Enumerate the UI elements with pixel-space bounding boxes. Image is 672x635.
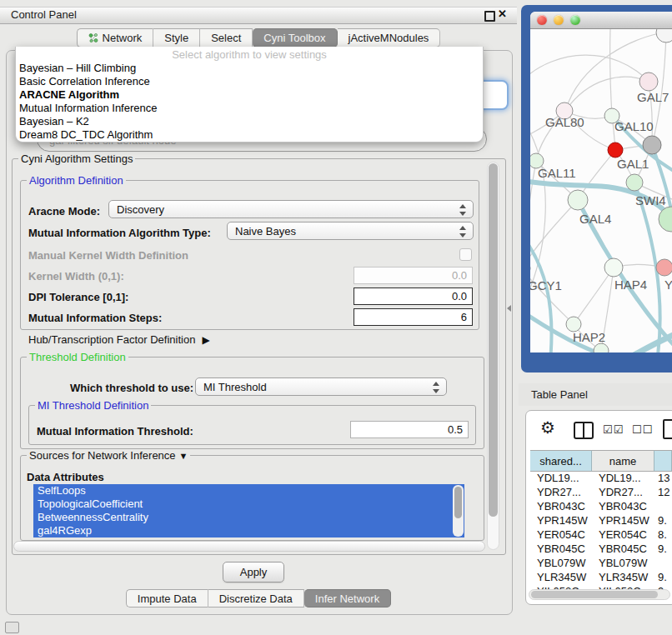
aracne-mode-combo[interactable]: Discovery [108, 200, 474, 218]
table-panel-titlebar: Table Panel [519, 383, 672, 406]
node-label-HAP4: HAP4 [614, 278, 647, 292]
which-threshold-value: MI Threshold [203, 381, 267, 393]
control-panel-title: Control Panel [11, 8, 77, 21]
table-row[interactable]: YER054CYER054C8. [530, 528, 672, 542]
algorithm-option-aracne-algorithm[interactable]: ARACNE Algorithm [16, 88, 483, 102]
cell-name: YLR345W [592, 571, 654, 585]
tab-select[interactable]: Select [200, 28, 253, 48]
cell-name: YPR145W [592, 514, 654, 528]
tab-network[interactable]: Network [77, 28, 154, 48]
settings-horizontal-scrollbar[interactable] [13, 541, 485, 552]
network-node-red-node[interactable] [608, 142, 623, 158]
tab-cyni-toolbox[interactable]: Cyni Toolbox [253, 28, 337, 48]
mi-threshold-group-title: MI Threshold Definition [35, 399, 151, 412]
cell-extra: 8. [654, 528, 672, 542]
aracne-mode-value: Discovery [117, 203, 164, 216]
clear-all-checkboxes-icon[interactable]: ☐☐ [632, 423, 653, 436]
network-window-titlebar[interactable] [530, 12, 672, 29]
collapse-arrow-icon[interactable]: ▼ [179, 451, 188, 461]
hub-definition-row[interactable]: Hub/Transcription Factor Definition▶ [28, 333, 210, 346]
network-node-GAL4[interactable] [568, 190, 588, 210]
attribute-item-betweennesscentrality[interactable]: BetweennessCentrality [33, 511, 464, 524]
tab-style[interactable]: Style [153, 28, 200, 48]
network-node-Y-pink[interactable] [656, 259, 672, 276]
network-canvas[interactable]: GAL7GAL80GAL10GAL11GAL1GAL4SWI4GCY1HAP4Y… [530, 29, 672, 352]
table-row[interactable]: YDR27...YDR27...12 [530, 486, 672, 500]
kernel-width-field: 0.0 [354, 267, 473, 284]
cell-extra [654, 500, 672, 514]
network-view-window[interactable]: GAL7GAL80GAL10GAL11GAL1GAL4SWI4GCY1HAP4Y… [530, 12, 672, 352]
network-node-GAL7[interactable] [639, 72, 658, 91]
cell-extra: 12 [654, 486, 672, 500]
control-panel-titlebar [0, 7, 517, 24]
node-label-GAL1: GAL1 [617, 157, 649, 171]
algorithm-option-mutual-information-inference[interactable]: Mutual Information Inference [16, 102, 483, 115]
network-node-top-partial[interactable] [656, 29, 672, 42]
table-row[interactable]: YLR345WYLR345W9. [530, 571, 672, 585]
close-icon[interactable]: ✕ [498, 8, 507, 20]
kernel-width-label: Kernel Width (0,1): [28, 270, 124, 282]
cell-shared-name: YDR27... [530, 486, 592, 500]
table-row[interactable]: YPR145WYPR145W9. [530, 514, 672, 528]
mi-type-combo[interactable]: Naive Bayes [227, 222, 474, 240]
cell-name: YBR045C [592, 542, 654, 557]
node-label-GAL4: GAL4 [579, 212, 611, 226]
network-node-gray-node[interactable] [643, 136, 661, 154]
algorithm-option-bayesian-k2[interactable]: Bayesian – K2 [16, 115, 483, 128]
minimized-panel-icon[interactable] [5, 622, 19, 633]
tab-jactivemnodules[interactable]: jActiveMNodules [338, 28, 441, 48]
control-panel-tabs: NetworkStyleSelectCyni ToolboxjActiveMNo… [0, 28, 517, 48]
minimize-traffic-light-icon[interactable] [554, 15, 564, 25]
select-all-checkboxes-icon[interactable]: ☑☑ [603, 423, 624, 436]
manual-kernel-checkbox [459, 248, 472, 261]
algorithm-dropdown-popup: Select algorithm to view settings Bayesi… [15, 47, 484, 142]
table-function-icon[interactable] [663, 419, 672, 439]
attribute-item-topologicalcoefficient[interactable]: TopologicalCoefficient [33, 498, 464, 511]
algorithm-option-bayesian-hill-climbing[interactable]: Bayesian – Hill Climbing [16, 62, 483, 75]
dpi-tolerance-field[interactable]: 0.0 [354, 288, 473, 305]
sources-group-title[interactable]: Sources for Network Inference▼ [27, 449, 190, 462]
table-row[interactable]: YBR045CYBR045C9. [530, 542, 672, 557]
cell-shared-name: YBR043C [530, 500, 592, 514]
table-row[interactable]: YBL079WYBL079W [530, 557, 672, 571]
tab-label: Cyni Toolbox [263, 32, 325, 44]
column-header-partial[interactable] [654, 450, 672, 472]
attribute-item-gal4rgexp[interactable]: gal4RGexp [33, 524, 464, 538]
network-node-HAP4[interactable] [604, 258, 623, 277]
apply-button[interactable]: Apply [223, 562, 284, 582]
close-traffic-light-icon[interactable] [537, 15, 547, 25]
column-header-shared-name[interactable]: shared... [530, 450, 592, 472]
network-node-GAL1[interactable] [626, 174, 643, 191]
splitter-collapse-icon[interactable] [507, 305, 511, 312]
mi-steps-field[interactable]: 6 [354, 308, 473, 326]
column-chooser-icon[interactable] [574, 422, 594, 439]
column-header-name[interactable]: name [592, 450, 654, 472]
table-row[interactable]: YDL19...YDL19...13 [530, 472, 672, 486]
settings-scrollbar-thumb[interactable] [489, 163, 498, 517]
table-row[interactable]: YBR043CYBR043C [530, 500, 672, 514]
cell-name: YDR27... [592, 486, 654, 500]
tab-impute-data[interactable]: Impute Data [126, 589, 208, 608]
algorithm-option-dream8-dc-tdc-algorithm[interactable]: Dream8 DC_TDC Algorithm [16, 128, 483, 142]
network-edge [530, 55, 649, 82]
node-label-SWI4: SWI4 [635, 193, 666, 208]
table-scrollbar-thumb[interactable] [531, 591, 658, 598]
mi-threshold-field[interactable]: 0.5 [350, 421, 469, 438]
tab-infer-network[interactable]: Infer Network [304, 589, 391, 608]
algorithm-option-basic-correlation-inference[interactable]: Basic Correlation Inference [16, 75, 483, 88]
zoom-traffic-light-icon[interactable] [570, 15, 580, 25]
which-threshold-combo[interactable]: MI Threshold [195, 378, 447, 396]
tab-label: Impute Data [138, 592, 197, 605]
tab-discretize-data[interactable]: Discretize Data [208, 589, 304, 608]
hub-definition-label: Hub/Transcription Factor Definition [28, 333, 195, 346]
node-label-GAL7: GAL7 [637, 90, 669, 104]
attribute-item-selfloops[interactable]: SelfLoops [33, 484, 464, 498]
expand-arrow-icon[interactable]: ▶ [202, 334, 209, 346]
gear-icon[interactable]: ⚙ [540, 418, 555, 438]
network-node-bottom-partial[interactable] [594, 343, 609, 352]
tab-label: Select [211, 32, 241, 44]
data-attributes-label: Data Attributes [27, 471, 104, 483]
float-window-icon[interactable] [484, 11, 495, 22]
attributes-scrollbar-thumb[interactable] [454, 487, 462, 518]
cell-name: YBR043C [592, 500, 654, 514]
